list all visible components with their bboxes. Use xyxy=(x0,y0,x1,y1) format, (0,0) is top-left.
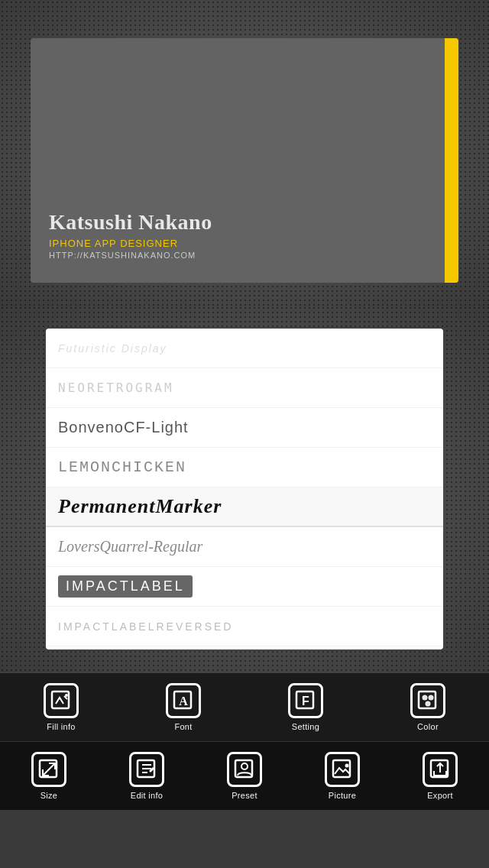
preset-label: Preset xyxy=(232,791,257,800)
picture-icon xyxy=(325,752,360,787)
card-content: Katsushi Nakano iPhone App Designer HTTP… xyxy=(49,210,212,260)
picture-label: Picture xyxy=(329,791,356,800)
card-preview-area: Katsushi Nakano iPhone App Designer HTTP… xyxy=(0,0,489,306)
svg-point-15 xyxy=(345,764,349,768)
preset-icon xyxy=(227,752,262,787)
color-icon xyxy=(410,683,445,718)
export-icon xyxy=(423,752,458,787)
setting-button[interactable]: F Setting xyxy=(279,677,332,737)
svg-point-7 xyxy=(423,695,428,701)
fill-info-button[interactable]: Fill info xyxy=(34,677,88,737)
size-icon xyxy=(31,752,66,787)
font-item-futuristic[interactable]: Futuristic Display xyxy=(46,329,443,368)
font-item-lemon[interactable]: LemonChicken xyxy=(46,448,443,487)
svg-text:F: F xyxy=(302,695,309,708)
font-item-neoretrogram[interactable]: NEORETROGRAM xyxy=(46,368,443,408)
font-item-impact-label[interactable]: IMPACTLABEL xyxy=(46,567,443,607)
font-list[interactable]: Futuristic Display NEORETROGRAM BonvenoC… xyxy=(46,329,443,649)
card-name: Katsushi Nakano xyxy=(49,210,212,235)
setting-label: Setting xyxy=(292,722,319,731)
font-icon: A xyxy=(166,683,201,718)
card-title: iPhone App Designer xyxy=(49,238,212,249)
fill-info-icon xyxy=(44,683,79,718)
export-button[interactable]: Export xyxy=(413,746,467,806)
card-url: HTTP://KATSUSHINAKANO.COM xyxy=(49,251,212,260)
toolbar-top: Fill info A Font F Setting xyxy=(0,672,489,741)
font-label: Font xyxy=(174,722,192,731)
card-yellow-bar xyxy=(445,38,458,283)
svg-rect-14 xyxy=(333,760,350,777)
color-label: Color xyxy=(417,722,439,731)
toolbar-bottom: Size Edit info Preset xyxy=(0,741,489,810)
business-card: Katsushi Nakano iPhone App Designer HTTP… xyxy=(31,38,458,283)
font-list-container: Futuristic Display NEORETROGRAM BonvenoC… xyxy=(0,306,489,672)
font-item-lovers-quarrel[interactable]: LoversQuarrel-Regular xyxy=(46,527,443,567)
setting-icon: F xyxy=(288,683,323,718)
svg-point-9 xyxy=(426,701,431,707)
svg-point-1 xyxy=(65,694,68,697)
font-item-impact-reversed[interactable]: IMPACTLABELREVERSED xyxy=(46,607,443,646)
color-button[interactable]: Color xyxy=(401,677,455,737)
picture-button[interactable]: Picture xyxy=(316,746,369,806)
font-item-bonveno[interactable]: BonvenoCF-Light xyxy=(46,408,443,448)
size-button[interactable]: Size xyxy=(22,746,76,806)
font-button[interactable]: A Font xyxy=(157,677,210,737)
size-label: Size xyxy=(40,791,58,800)
edit-info-icon xyxy=(129,752,164,787)
preset-button[interactable]: Preset xyxy=(218,746,271,806)
font-item-permanent-marker[interactable]: PermanentMarker xyxy=(46,487,443,527)
edit-info-button[interactable]: Edit info xyxy=(120,746,173,806)
svg-point-13 xyxy=(241,763,248,769)
svg-point-8 xyxy=(429,695,434,701)
edit-info-label: Edit info xyxy=(131,791,163,800)
export-label: Export xyxy=(427,791,453,800)
fill-info-label: Fill info xyxy=(47,722,76,731)
svg-text:A: A xyxy=(179,695,188,708)
